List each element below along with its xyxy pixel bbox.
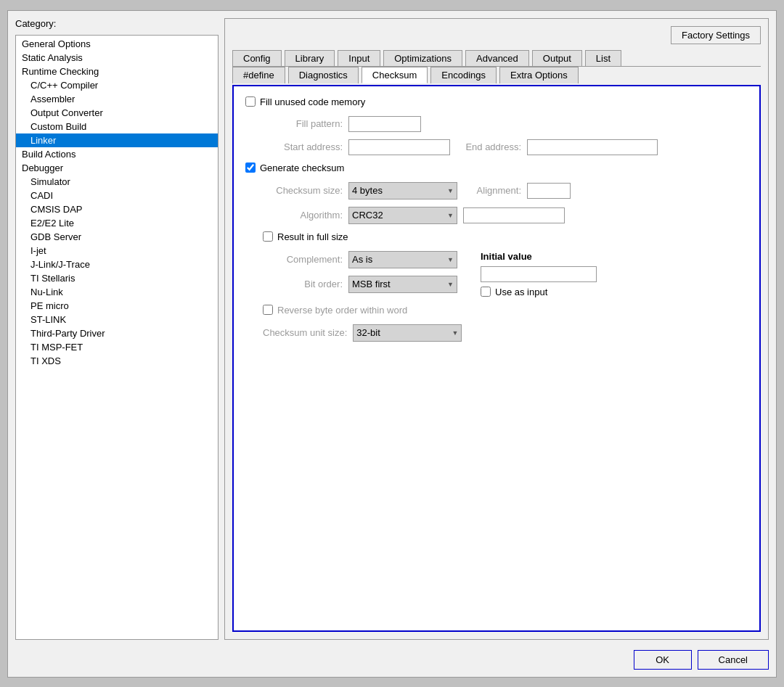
complement-label: Complement:	[263, 254, 343, 265]
ok-button[interactable]: OK	[634, 650, 692, 670]
address-row: Start address: 0x08000000 End address: 0…	[263, 139, 748, 155]
factory-btn-row: Factory Settings	[232, 26, 761, 44]
complement-row: Complement: As is Ones complement Twos c…	[263, 251, 748, 297]
generate-checksum-row: Generate checksum	[245, 163, 748, 173]
tab-advanced[interactable]: Advanced	[465, 50, 529, 66]
tab-library[interactable]: Library	[285, 50, 335, 66]
tab-list[interactable]: List	[585, 50, 621, 66]
sidebar-item-cc-compiler[interactable]: C/C++ Compiler	[16, 78, 218, 92]
reverse-byte-order-checkbox[interactable]	[263, 305, 273, 315]
sidebar-item-pe-micro[interactable]: PE micro	[16, 299, 218, 313]
algorithm-row: Algorithm: CRC32 CRC16 Sum 0x11021	[263, 207, 748, 224]
tab-row-1: ConfigLibraryInputOptimizationsAdvancedO…	[232, 50, 761, 66]
sidebar-item-j-linkj-trace[interactable]: J-Link/J-Trace	[16, 258, 218, 271]
checksum-unit-label: Checksum unit size:	[263, 327, 347, 338]
sidebar-item-debugger[interactable]: Debugger	[16, 161, 218, 175]
content-panel: Fill unused code memory Fill pattern: 0x…	[232, 85, 761, 632]
use-as-input-label: Use as input	[495, 287, 547, 297]
tab-#define[interactable]: #define	[232, 67, 285, 83]
sidebar-item-cadi[interactable]: CADI	[16, 189, 218, 202]
generate-checksum-checkbox[interactable]	[245, 163, 256, 173]
complement-wrapper: As is Ones complement Twos complement	[348, 251, 457, 268]
checksum-size-wrapper: 1 byte 2 bytes 4 bytes	[348, 182, 457, 199]
result-full-size-checkbox[interactable]	[263, 231, 273, 242]
initial-value-label: Initial value	[481, 251, 597, 262]
sidebar-item-third-party-driver[interactable]: Third-Party Driver	[16, 326, 218, 340]
sidebar-item-nu-link[interactable]: Nu-Link	[16, 285, 218, 299]
dialog-footer: OK Cancel	[15, 646, 769, 670]
result-full-size-row: Result in full size	[263, 231, 748, 242]
end-address-input[interactable]: 0x080FFFFB	[527, 139, 658, 155]
start-address-label: Start address:	[263, 141, 343, 152]
fill-pattern-label: Fill pattern:	[263, 118, 343, 129]
result-full-size-label: Result in full size	[277, 231, 348, 242]
tab-optimizations[interactable]: Optimizations	[383, 50, 462, 66]
complement-select[interactable]: As is Ones complement Twos complement	[348, 251, 457, 268]
checksum-unit-row: Checksum unit size: 8-bit 16-bit 32-bit	[263, 324, 748, 342]
sidebar-item-runtime-checking[interactable]: Runtime Checking	[16, 65, 218, 78]
main-dialog: Category: General OptionsStatic Analysis…	[7, 10, 777, 678]
checksum-size-select[interactable]: 1 byte 2 bytes 4 bytes	[348, 182, 457, 199]
tab-row-2: #defineDiagnosticsChecksumEncodingsExtra…	[232, 67, 761, 83]
generate-checksum-label: Generate checksum	[260, 163, 344, 173]
sidebar-item-custom-build[interactable]: Custom Build	[16, 120, 218, 133]
alignment-label: Alignment:	[463, 185, 521, 196]
algorithm-extra-input[interactable]: 0x11021	[463, 207, 565, 223]
sidebar-item-general-options[interactable]: General Options	[16, 37, 218, 51]
bit-order-select[interactable]: MSB first LSB first	[348, 276, 457, 293]
tab-encodings[interactable]: Encodings	[430, 67, 497, 83]
algorithm-wrapper: CRC32 CRC16 Sum	[348, 207, 457, 224]
checksum-size-row: Checksum size: 1 byte 2 bytes 4 bytes Al…	[263, 182, 748, 199]
fill-unused-row: Fill unused code memory	[245, 96, 748, 107]
sidebar-item-ti-xds[interactable]: TI XDS	[16, 354, 218, 368]
sidebar-item-i-jet[interactable]: I-jet	[16, 244, 218, 258]
algorithm-select[interactable]: CRC32 CRC16 Sum	[348, 207, 457, 224]
category-label: Category:	[15, 18, 219, 29]
reverse-byte-order-row: Reverse byte order within word	[263, 305, 748, 316]
algorithm-label: Algorithm:	[263, 210, 343, 221]
sidebar-item-ti-stellaris[interactable]: TI Stellaris	[16, 271, 218, 285]
category-list: General OptionsStatic AnalysisRuntime Ch…	[15, 35, 219, 640]
tab-output[interactable]: Output	[532, 50, 582, 66]
sidebar-item-gdb-server[interactable]: GDB Server	[16, 230, 218, 244]
fill-unused-label: Fill unused code memory	[260, 96, 365, 107]
sidebar-item-ti-msp-fet[interactable]: TI MSP-FET	[16, 340, 218, 354]
tab-extra-options[interactable]: Extra Options	[499, 67, 579, 83]
use-as-input-checkbox[interactable]	[481, 287, 491, 297]
cancel-button[interactable]: Cancel	[698, 650, 769, 670]
sidebar-item-output-converter[interactable]: Output Converter	[16, 106, 218, 120]
fill-pattern-input[interactable]: 0xFF	[348, 116, 421, 132]
sidebar-item-static-analysis[interactable]: Static Analysis	[16, 51, 218, 65]
reverse-byte-order-label: Reverse byte order within word	[277, 305, 407, 316]
alignment-input[interactable]: 4	[527, 183, 571, 199]
start-address-input[interactable]: 0x08000000	[348, 139, 450, 155]
sidebar: Category: General OptionsStatic Analysis…	[15, 18, 219, 640]
bit-order-wrapper: MSB first LSB first	[348, 276, 457, 293]
sidebar-item-cmsis-dap[interactable]: CMSIS DAP	[16, 202, 218, 216]
fill-unused-checkbox[interactable]	[245, 96, 256, 107]
main-content: Factory Settings ConfigLibraryInputOptim…	[224, 18, 769, 640]
fill-pattern-row: Fill pattern: 0xFF	[263, 116, 748, 132]
sidebar-item-build-actions[interactable]: Build Actions	[16, 147, 218, 161]
checksum-unit-wrapper: 8-bit 16-bit 32-bit	[353, 324, 462, 342]
bit-order-label: Bit order:	[263, 279, 343, 289]
sidebar-item-simulator[interactable]: Simulator	[16, 175, 218, 189]
tab-checksum[interactable]: Checksum	[362, 67, 428, 83]
factory-settings-button[interactable]: Factory Settings	[671, 26, 761, 44]
sidebar-item-assembler[interactable]: Assembler	[16, 92, 218, 106]
initial-value-input[interactable]: 0xFFFFFFFF	[481, 266, 597, 282]
tab-config[interactable]: Config	[232, 50, 282, 66]
end-address-label: End address:	[456, 141, 521, 152]
sidebar-item-st-link[interactable]: ST-LINK	[16, 313, 218, 326]
tab-input[interactable]: Input	[338, 50, 380, 66]
tabs-container: ConfigLibraryInputOptimizationsAdvancedO…	[232, 50, 761, 83]
dialog-body: Category: General OptionsStatic Analysis…	[15, 18, 769, 640]
sidebar-item-linker[interactable]: Linker	[16, 133, 218, 147]
sidebar-item-e2e2-lite[interactable]: E2/E2 Lite	[16, 216, 218, 230]
tab-diagnostics[interactable]: Diagnostics	[288, 67, 359, 83]
checksum-unit-select[interactable]: 8-bit 16-bit 32-bit	[353, 324, 462, 342]
checksum-size-label: Checksum size:	[263, 185, 343, 196]
